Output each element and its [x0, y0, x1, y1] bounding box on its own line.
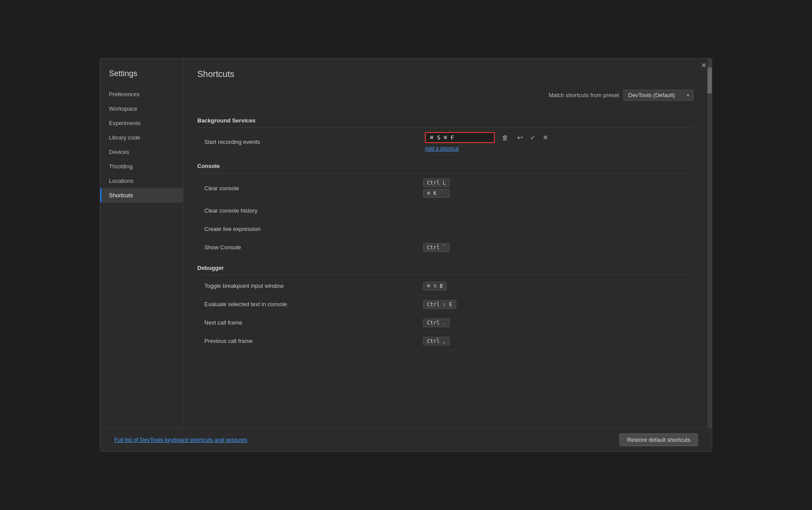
- main-content: Shortcuts Match shortcuts from preset De…: [183, 59, 707, 428]
- key-badge-ctrl-l: Ctrl L: [423, 178, 450, 187]
- sidebar-item-locations[interactable]: Locations: [100, 174, 183, 188]
- shortcut-row-toggle-breakpoint: Toggle breakpoint input window ⌘ ⌥ B: [197, 277, 693, 295]
- shortcut-name-previous-call-frame: Previous call frame: [204, 338, 423, 344]
- modal-footer: Full list of DevTools keyboard shortcuts…: [100, 428, 712, 451]
- scrollbar-thumb[interactable]: [707, 67, 712, 94]
- section-background-services: Background Services Start recording even…: [197, 113, 693, 155]
- key-badge-cmd-alt-b: ⌘ ⌥ B: [423, 282, 447, 290]
- sidebar-item-throttling[interactable]: Throttling: [100, 159, 183, 174]
- sidebar-item-preferences[interactable]: Preferences: [100, 87, 183, 101]
- shortcut-row-clear-console: Clear console Ctrl L ⌘ K: [197, 175, 693, 202]
- scrollbar-track[interactable]: [707, 59, 712, 428]
- shortcut-keys-show-console: Ctrl `: [423, 243, 686, 252]
- sidebar-item-devices[interactable]: Devices: [100, 145, 183, 159]
- shortcut-name-toggle-breakpoint: Toggle breakpoint input window: [204, 283, 423, 289]
- shortcut-keys-evaluate: Ctrl ⇧ E: [423, 300, 686, 309]
- settings-modal: ✕ Settings Preferences Workspace Experim…: [100, 58, 712, 452]
- key-badge-ctrl-shift-e: Ctrl ⇧ E: [423, 300, 456, 309]
- preset-select[interactable]: DevTools (Default) Visual Studio Code: [623, 90, 693, 101]
- shortcut-name-evaluate: Evaluate selected text in console: [204, 301, 423, 307]
- undo-shortcut-button[interactable]: ↩: [515, 133, 525, 142]
- shortcut-row-clear-history: Clear console history: [197, 202, 693, 220]
- sidebar: Settings Preferences Workspace Experimen…: [100, 59, 183, 428]
- sidebar-item-experiments[interactable]: Experiments: [100, 116, 183, 130]
- shortcut-keys-toggle-breakpoint: ⌘ ⌥ B: [423, 282, 686, 290]
- sidebar-item-library-code[interactable]: Library code: [100, 130, 183, 145]
- shortcut-row-live-expression: Create live expression: [197, 220, 693, 238]
- key-badge-ctrl-comma: Ctrl ,: [423, 337, 450, 346]
- section-console: Console Clear console Ctrl L ⌘ K Clear c…: [197, 158, 693, 257]
- shortcut-row-previous-call-frame: Previous call frame Ctrl ,: [197, 332, 693, 350]
- section-title-console: Console: [197, 158, 693, 173]
- keys-column: Ctrl L ⌘ K: [423, 178, 450, 198]
- shortcut-name-clear-history: Clear console history: [204, 207, 423, 214]
- modal-body: Settings Preferences Workspace Experimen…: [100, 59, 712, 428]
- shortcut-editing-keys: ⌘ S ⌘ F 🗑 ↩ ✓ ✕ Add a shortcut: [425, 132, 686, 152]
- key-badge-ctrl-dot: Ctrl .: [423, 318, 450, 327]
- shortcut-row-start-recording: Start recording events ⌘ S ⌘ F 🗑 ↩ ✓ ✕: [197, 129, 693, 155]
- footer-link[interactable]: Full list of DevTools keyboard shortcuts…: [114, 437, 247, 443]
- shortcut-edit-actions: ↩ ✓ ✕: [515, 133, 550, 142]
- sidebar-item-shortcuts[interactable]: Shortcuts: [100, 188, 183, 203]
- section-title-background-services: Background Services: [197, 113, 693, 128]
- active-key-input[interactable]: ⌘ S ⌘ F: [425, 132, 495, 143]
- delete-shortcut-button[interactable]: 🗑: [502, 134, 508, 141]
- restore-defaults-button[interactable]: Restore default shortcuts: [620, 433, 698, 446]
- shortcut-keys-previous-call-frame: Ctrl ,: [423, 337, 686, 346]
- key-badge-cmd-k: ⌘ K: [423, 189, 450, 198]
- key-badge-ctrl-backtick: Ctrl `: [423, 243, 450, 252]
- preset-label: Match shortcuts from preset: [549, 92, 619, 98]
- sidebar-item-workspace[interactable]: Workspace: [100, 101, 183, 116]
- shortcut-name-live-expression: Create live expression: [204, 226, 423, 232]
- shortcut-name-show-console: Show Console: [204, 244, 423, 251]
- preset-row: Match shortcuts from preset DevTools (De…: [197, 90, 693, 101]
- shortcut-row-show-console: Show Console Ctrl `: [197, 238, 693, 257]
- add-shortcut-link[interactable]: Add a shortcut: [425, 146, 686, 152]
- confirm-shortcut-button[interactable]: ✓: [528, 133, 537, 142]
- preset-select-wrapper[interactable]: DevTools (Default) Visual Studio Code: [623, 90, 693, 101]
- shortcut-name-start-recording: Start recording events: [204, 139, 423, 145]
- section-debugger: Debugger Toggle breakpoint input window …: [197, 260, 693, 350]
- section-title-debugger: Debugger: [197, 260, 693, 275]
- page-title: Shortcuts: [197, 69, 693, 79]
- shortcut-row-next-call-frame: Next call frame Ctrl .: [197, 314, 693, 332]
- sidebar-title: Settings: [100, 62, 183, 87]
- shortcut-name-next-call-frame: Next call frame: [204, 319, 423, 326]
- shortcut-row-evaluate: Evaluate selected text in console Ctrl ⇧…: [197, 295, 693, 314]
- cancel-shortcut-button[interactable]: ✕: [541, 133, 550, 142]
- shortcut-editing-area: Start recording events ⌘ S ⌘ F 🗑 ↩ ✓ ✕: [197, 129, 693, 154]
- shortcut-keys-clear-console: Ctrl L ⌘ K: [423, 178, 686, 198]
- shortcut-name-clear-console: Clear console: [204, 185, 423, 192]
- shortcut-keys-next-call-frame: Ctrl .: [423, 318, 686, 327]
